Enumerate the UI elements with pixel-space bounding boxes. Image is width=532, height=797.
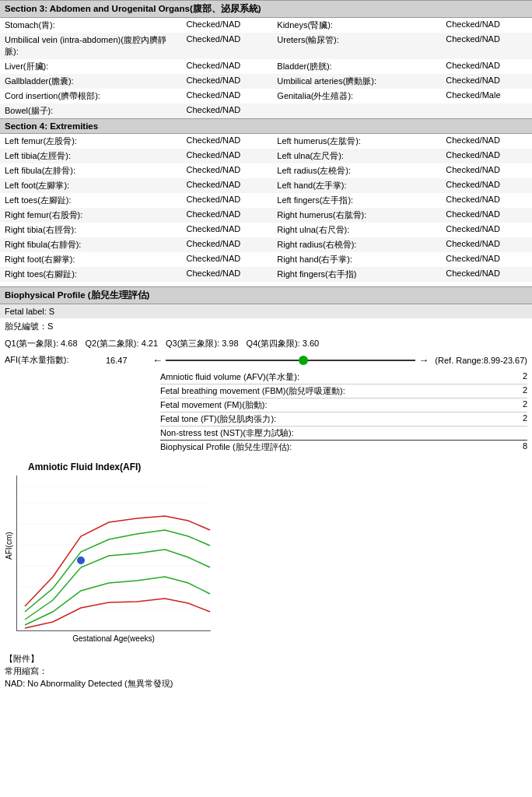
cell-value2: Checked/NAD bbox=[441, 237, 532, 252]
cell-value2: Checked/NAD bbox=[441, 59, 532, 74]
svg-text:5: 5 bbox=[16, 602, 17, 609]
cell-label2: Genitalia(外生殖器): bbox=[272, 89, 441, 104]
cell-label2: Right humerus(右肱骨): bbox=[272, 208, 441, 223]
bio-header: Biophysical Profile (胎兒生理評估) bbox=[0, 286, 532, 304]
ref-range: (Ref. Range:8.99-23.67) bbox=[435, 356, 527, 365]
table-row: Right tibia(右脛骨): Checked/NAD Right ulna… bbox=[0, 223, 532, 237]
cell-value: Checked/NAD bbox=[182, 59, 273, 74]
svg-text:25: 25 bbox=[16, 518, 17, 525]
table-row: Left toes(左腳趾): Checked/NAD Left fingers… bbox=[0, 193, 532, 208]
table-row: Left fibula(左腓骨): Checked/NAD Left radiu… bbox=[0, 163, 532, 178]
cell-value: Checked/NAD bbox=[182, 149, 273, 163]
bio-result-value: 2 bbox=[504, 399, 527, 411]
cell-value2: Checked/NAD bbox=[441, 178, 532, 193]
cell-value2: Checked/NAD bbox=[441, 252, 532, 267]
cell-label2: Ureters(輸尿管): bbox=[272, 33, 441, 59]
cell-label: Gallbladder(膽囊): bbox=[0, 74, 182, 89]
cell-value: Checked/NAD bbox=[182, 237, 273, 252]
bio-result-row: Non-stress test (NST)(非壓力試驗): bbox=[160, 427, 527, 440]
table-row: Cord insertion(臍帶根部): Checked/NAD Genita… bbox=[0, 89, 532, 104]
x-axis-label: Gestational Age(weeks) bbox=[16, 634, 211, 643]
table-row: Right femur(右股骨): Checked/NAD Right hume… bbox=[0, 208, 532, 223]
cell-value2: Checked/Male bbox=[441, 89, 532, 104]
cell-label: Stomach(胃): bbox=[0, 18, 182, 33]
cell-value2: Checked/NAD bbox=[441, 267, 532, 282]
cell-value: Checked/NAD bbox=[182, 74, 273, 89]
fetal-code-row: 胎兒編號：S bbox=[0, 318, 532, 335]
cell-label: Umbilical vein (intra-abdomen)(腹腔內臍靜脈): bbox=[0, 33, 182, 59]
bio-result-row: Biophysical Profile (胎兒生理評估): 8 bbox=[160, 440, 527, 454]
cell-value: Checked/NAD bbox=[182, 223, 273, 237]
afi-slider: ← → bbox=[152, 354, 429, 366]
cell-value: Checked/NAD bbox=[182, 89, 273, 104]
y-axis-label: AFI(cm) bbox=[5, 476, 13, 616]
abdomen-table: Stomach(胃): Checked/NAD Kidneys(腎臟): Che… bbox=[0, 18, 532, 118]
cell-label: Right foot(右腳掌): bbox=[0, 252, 182, 267]
cell-value: Checked/NAD bbox=[182, 163, 273, 178]
afi-value: 16.47 bbox=[106, 356, 152, 365]
svg-text:20: 20 bbox=[16, 539, 17, 546]
slider-dot bbox=[299, 356, 308, 365]
cell-label2: Left humerus(左肱骨): bbox=[272, 134, 441, 149]
table-row: Right fibula(右腓骨): Checked/NAD Right rad… bbox=[0, 237, 532, 252]
cell-label2: Right ulna(右尺骨): bbox=[272, 223, 441, 237]
cell-label: Cord insertion(臍帶根部): bbox=[0, 89, 182, 104]
bio-results-left bbox=[5, 370, 160, 454]
cell-label2: Left fingers(左手指): bbox=[272, 193, 441, 208]
bio-result-value: 8 bbox=[504, 441, 527, 453]
slider-left-arrow: ← bbox=[152, 354, 163, 366]
cell-value2 bbox=[441, 104, 532, 118]
cell-label: Left toes(左腳趾): bbox=[0, 193, 182, 208]
cell-value2: Checked/NAD bbox=[441, 223, 532, 237]
cell-label2: Right hand(右手掌): bbox=[272, 252, 441, 267]
cell-label2: Kidneys(腎臟): bbox=[272, 18, 441, 33]
cell-value: Checked/NAD bbox=[182, 33, 273, 59]
cell-value2: Checked/NAD bbox=[441, 18, 532, 33]
table-row: Gallbladder(膽囊): Checked/NAD Umbilical a… bbox=[0, 74, 532, 89]
svg-text:15: 15 bbox=[16, 560, 17, 567]
cell-label: Bowel(腸子): bbox=[0, 104, 182, 118]
table-row: Right toes(右腳趾): Checked/NAD Right finge… bbox=[0, 267, 532, 282]
cell-label: Liver(肝臟): bbox=[0, 59, 182, 74]
quartile-item: Q1(第一象限): 4.68 bbox=[5, 338, 78, 349]
bio-result-row: Fetal movement (FM)(胎動): 2 bbox=[160, 398, 527, 413]
table-row: Left tibia(左脛骨): Checked/NAD Left ulna(左… bbox=[0, 149, 532, 163]
cell-label2: Right radius(右橈骨): bbox=[272, 237, 441, 252]
quartile-item: Q3(第三象限): 3.98 bbox=[166, 338, 239, 349]
bio-result-label: Amniotic fluid volume (AFV)(羊水量): bbox=[160, 371, 504, 383]
bio-result-value bbox=[504, 427, 527, 439]
section3-header: Section 3: Abdomen and Urogenital Organs… bbox=[0, 0, 532, 18]
bio-result-label: Fetal tone (FT)(胎兒肌肉張力): bbox=[160, 413, 504, 425]
afi-row: AFI(羊水量指數): 16.47 ← → (Ref. Range:8.99-2… bbox=[0, 353, 532, 367]
cell-value: Checked/NAD bbox=[182, 208, 273, 223]
cell-label2 bbox=[272, 104, 441, 118]
appendix-item: NAD: No Abnormality Detected (無異常發現) bbox=[5, 678, 527, 690]
slider-right-arrow: → bbox=[418, 354, 429, 366]
quartile-item: Q2(第二象限): 4.21 bbox=[86, 338, 159, 349]
bio-result-value: 2 bbox=[504, 413, 527, 425]
svg-text:10: 10 bbox=[16, 581, 17, 588]
quartile-item: Q4(第四象限): 3.60 bbox=[247, 338, 320, 349]
slider-track bbox=[166, 360, 415, 361]
section4-header: Section 4: Extremities bbox=[0, 118, 532, 134]
cell-label: Left tibia(左脛骨): bbox=[0, 149, 182, 163]
table-row: Stomach(胃): Checked/NAD Kidneys(腎臟): Che… bbox=[0, 18, 532, 33]
afi-data-dot bbox=[77, 556, 85, 564]
cell-label: Right femur(右股骨): bbox=[0, 208, 182, 223]
cell-label: Right tibia(右脛骨): bbox=[0, 223, 182, 237]
table-row: Liver(肝臟): Checked/NAD Bladder(膀胱): Chec… bbox=[0, 59, 532, 74]
appendix-section: 【附件】 常用縮寫： NAD: No Abnormality Detected … bbox=[0, 648, 532, 698]
cell-value: Checked/NAD bbox=[182, 267, 273, 282]
cell-value: Checked/NAD bbox=[182, 178, 273, 193]
bio-result-label: Fetal breathing movement (FBM)(胎兒呼吸運動): bbox=[160, 385, 504, 397]
appendix-label: 常用縮寫： bbox=[5, 665, 527, 677]
svg-text:30: 30 bbox=[16, 497, 17, 504]
cell-value2: Checked/NAD bbox=[441, 134, 532, 149]
table-row: Left foot(左腳掌): Checked/NAD Left hand(左手… bbox=[0, 178, 532, 193]
cell-value2: Checked/NAD bbox=[441, 163, 532, 178]
cell-value2: Checked/NAD bbox=[441, 149, 532, 163]
afi-label: AFI(羊水量指數): bbox=[5, 354, 106, 366]
bio-results-right: Amniotic fluid volume (AFV)(羊水量): 2 Feta… bbox=[160, 370, 527, 454]
cell-label2: Left radius(左橈骨): bbox=[272, 163, 441, 178]
cell-label2: Left ulna(左尺骨): bbox=[272, 149, 441, 163]
